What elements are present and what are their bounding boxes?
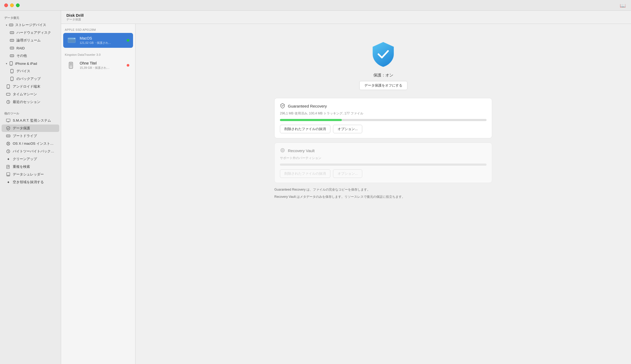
sidebar-item-byte-backup[interactable]: バイトツーバイトバック… <box>2 148 59 155</box>
sidebar: データ復元 ▾ ストレージデバイス ハードウェアディスク <box>0 11 61 364</box>
iphone-icon <box>9 61 14 66</box>
sidebar-item-hard-disk[interactable]: ハードウェアディスク <box>2 29 59 36</box>
free-space-label: 空き領域を抹消する <box>13 180 44 185</box>
other-icon <box>10 53 14 58</box>
other-tools-section-label: 他のツール <box>0 109 61 117</box>
recovery-vault-header: Recovery Vault <box>280 148 487 154</box>
sidebar-item-duplicate-search[interactable]: 重複を検索 <box>2 163 59 170</box>
ohne-titel-drive-info: 15,39 GB・保護され… <box>80 66 129 70</box>
minimize-button[interactable] <box>10 3 14 7</box>
recent-sessions-icon <box>6 100 11 104</box>
sidebar-item-other[interactable]: その他 <box>2 52 59 59</box>
guaranteed-recovery-header: Guaranteed Recovery <box>280 103 487 109</box>
iphone-ipad-label: iPhone & iPad <box>15 62 37 66</box>
macos-drive-name: MacOS <box>80 36 129 40</box>
data-protection-label: データ保護 <box>13 126 30 131</box>
data-protection-icon <box>6 126 11 131</box>
protection-status: 保護：オン <box>373 73 393 78</box>
smart-label: S.M.A.R.T. 監視システム <box>13 118 51 123</box>
guaranteed-recovery-card: Guaranteed Recovery 296,1 MB 使用済み, 100,4… <box>274 98 492 138</box>
titlebar: 📖 <box>0 0 631 11</box>
guaranteed-recovery-progress-fill <box>280 119 342 121</box>
svg-rect-1 <box>10 24 12 25</box>
footer-line-2: Recovery Vault はメタデータのみを保存します。リソースレスで復元の… <box>274 194 492 199</box>
sidebar-item-android[interactable]: アンドロイド端末 <box>2 83 59 90</box>
duplicate-search-label: 重複を検索 <box>13 164 30 169</box>
recovery-vault-card: Recovery Vault サポート外のパーティション 削除されたファイルの抹… <box>274 143 492 183</box>
sidebar-item-timemachine[interactable]: タイムマシーン <box>2 91 59 98</box>
osx-install-label: OS X / macOS インスト… <box>13 141 54 146</box>
storage-devices-label: ストレージデバイス <box>15 23 46 27</box>
backup-icon <box>10 76 14 81</box>
svg-point-13 <box>12 72 12 73</box>
svg-rect-21 <box>7 122 9 122</box>
sidebar-item-osx-install[interactable]: OS X / macOS インスト… <box>2 140 59 147</box>
free-space-icon: ✦ <box>6 180 11 185</box>
toggle-protection-button[interactable]: データ保護をオフにする <box>359 81 407 90</box>
drive-panel: APPLE SSD AP0128M MacOS 121,02 GB・保護され… <box>61 24 135 364</box>
svg-point-15 <box>12 80 12 80</box>
sidebar-item-shredder[interactable]: データシュレッダー <box>2 171 59 178</box>
ohne-titel-drive-icon <box>67 61 76 70</box>
svg-rect-9 <box>11 55 13 56</box>
svg-point-32 <box>74 38 75 39</box>
raid-icon <box>10 46 14 50</box>
app-container: データ復元 ▾ ストレージデバイス ハードウェアディスク <box>0 11 631 364</box>
svg-point-39 <box>282 150 283 151</box>
recovery-vault-title: Recovery Vault <box>288 148 315 153</box>
svg-rect-5 <box>11 40 13 41</box>
drive-item-macos[interactable]: MacOS 121,02 GB・保護され… <box>63 33 133 48</box>
sidebar-item-backup[interactable]: のバックアップ <box>2 75 59 83</box>
sidebar-item-data-protection[interactable]: データ保護 <box>2 125 59 132</box>
shield-area: 保護：オン データ保護をオフにする <box>274 29 492 98</box>
app-subtitle: データ保護 <box>66 18 626 22</box>
hdd-icon <box>10 30 14 35</box>
chevron-down-icon-2: ▾ <box>6 62 7 65</box>
book-icon[interactable]: 📖 <box>620 3 626 8</box>
recovery-vault-delete-button: 削除されたファイルの抹消 <box>280 169 330 178</box>
android-label: アンドロイド端末 <box>13 84 40 89</box>
byte-backup-label: バイトツーバイトバック… <box>13 149 54 154</box>
macos-status-dot <box>127 39 129 42</box>
raid-label: RAID <box>16 46 25 50</box>
other-label: その他 <box>16 53 27 58</box>
boot-drive-icon <box>6 134 11 138</box>
osx-install-icon <box>6 141 11 146</box>
sidebar-item-smart[interactable]: S.M.A.R.T. 監視システム <box>2 117 59 124</box>
apple-ssd-group-label: APPLE SSD AP0128M <box>61 26 135 32</box>
guaranteed-recovery-options-button[interactable]: オプション... <box>333 125 362 133</box>
ohne-titel-drive-name: Ohne Titel <box>80 61 129 65</box>
sidebar-item-boot-drive[interactable]: ブートドライブ <box>2 132 59 140</box>
app-header: Disk Drill データ保護 <box>61 11 631 24</box>
main-content: 保護：オン データ保護をオフにする Guaranteed Recovery <box>135 24 631 364</box>
duplicate-search-icon <box>6 164 11 169</box>
device-label: デバイス <box>16 69 30 74</box>
recovery-vault-buttons: 削除されたファイルの抹消 オプション... <box>280 169 487 178</box>
close-button[interactable] <box>4 3 8 7</box>
sidebar-storage-devices-group[interactable]: ▾ ストレージデバイス <box>2 21 59 29</box>
maximize-button[interactable] <box>16 3 20 7</box>
sidebar-item-recent-sessions[interactable]: 最近のセッション <box>2 98 59 106</box>
recovery-vault-progress-container <box>280 164 487 166</box>
sidebar-item-logical-volume[interactable]: 論理ボリューム <box>2 37 59 44</box>
device-icon <box>10 69 14 74</box>
svg-rect-18 <box>6 93 10 95</box>
storage-icon <box>9 23 14 27</box>
traffic-lights <box>4 3 20 7</box>
guaranteed-recovery-progress-container <box>280 119 487 121</box>
sidebar-iphone-ipad-group[interactable]: ▾ iPhone & iPad <box>2 60 59 67</box>
timemachine-label: タイムマシーン <box>13 92 37 97</box>
byte-backup-icon <box>6 149 11 154</box>
guaranteed-recovery-title: Guaranteed Recovery <box>288 104 327 108</box>
sidebar-item-cleanup[interactable]: ✦ クリーンアップ <box>2 155 59 163</box>
drive-item-ohne-titel[interactable]: Ohne Titel 15,39 GB・保護され… <box>63 58 133 73</box>
svg-rect-23 <box>7 135 10 136</box>
backup-label: のバックアップ <box>16 76 41 81</box>
recovery-vault-options-button: オプション... <box>333 169 362 178</box>
sidebar-item-free-space[interactable]: ✦ 空き領域を抹消する <box>2 178 59 186</box>
footer-line-1: Guaranteed Recovery は、ファイルの完全なコピーを保存します。 <box>274 187 492 192</box>
sidebar-item-device[interactable]: デバイス <box>2 67 59 75</box>
sidebar-item-raid[interactable]: RAID <box>2 44 59 52</box>
guaranteed-recovery-delete-button[interactable]: 削除されたファイルの抹消 <box>280 125 330 133</box>
svg-rect-35 <box>70 63 72 64</box>
